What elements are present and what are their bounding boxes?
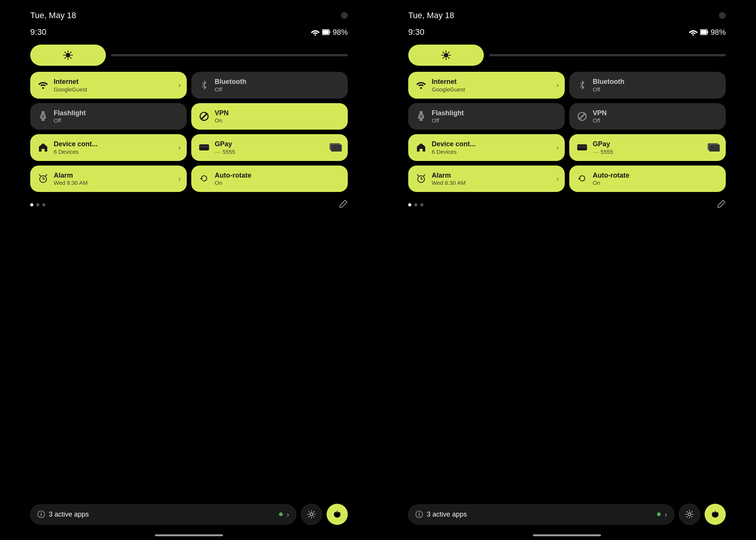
tile-internet-right[interactable]: Internet GoogleGuest › — [408, 72, 565, 99]
brightness-slider-left[interactable] — [111, 54, 348, 56]
active-apps-pill-left[interactable]: 3 active apps › — [30, 504, 296, 525]
tile-alarm-text-right: Alarm Wed 8:30 AM — [432, 172, 466, 186]
vpn-tile-icon-right — [576, 110, 588, 122]
tile-autorotate-text-left: Auto-rotate On — [215, 172, 251, 186]
tile-bluetooth-right[interactable]: Bluetooth Off — [569, 72, 726, 99]
gpay-card-icon-left — [330, 143, 342, 152]
tile-vpn-left[interactable]: VPN On — [191, 103, 348, 130]
tile-flashlight-title-left: Flashlight — [54, 109, 86, 118]
edit-icon-left[interactable] — [339, 200, 348, 210]
panel-right: Tue, May 18 9:30 98% — [378, 0, 756, 540]
tile-gpay-subtitle-right: ···· 5555 — [593, 149, 613, 155]
tile-gpay-right[interactable]: GPay ···· 5555 — [569, 134, 726, 161]
battery-pct-left: 98% — [333, 28, 348, 37]
green-dot-right — [657, 512, 661, 516]
brightness-pill-right[interactable] — [408, 45, 484, 66]
time-left: 9:30 — [30, 27, 46, 37]
alarm-arrow-left: › — [178, 175, 181, 183]
tile-flashlight-left[interactable]: Flashlight Off — [30, 103, 187, 130]
tile-vpn-text-right: VPN Off — [593, 109, 607, 124]
svg-line-9 — [65, 52, 66, 53]
settings-button-left[interactable] — [301, 504, 322, 525]
tile-autorotate-right[interactable]: Auto-rotate On — [569, 166, 726, 192]
svg-rect-21 — [331, 145, 342, 152]
svg-rect-17 — [42, 115, 44, 118]
device-arrow-right: › — [556, 144, 559, 152]
dot-3-right — [420, 203, 423, 206]
tile-vpn-text-left: VPN On — [215, 109, 229, 124]
tile-device-subtitle-left: 6 Devices — [54, 149, 98, 155]
bottom-bar-right: 3 active apps › — [408, 504, 726, 525]
bluetooth-tile-icon-left — [198, 79, 210, 91]
flashlight-tile-icon-left — [37, 110, 49, 122]
wifi-icon-right — [689, 29, 698, 36]
green-dot-left — [279, 512, 283, 516]
tile-alarm-subtitle-left: Wed 8:30 AM — [54, 179, 88, 186]
tile-alarm-title-left: Alarm — [54, 172, 88, 180]
svg-line-57 — [424, 175, 425, 176]
svg-point-4 — [66, 53, 70, 57]
tile-vpn-subtitle-left: On — [215, 117, 229, 124]
brightness-pill-left[interactable] — [30, 45, 106, 66]
tile-device-text-right: Device cont... 6 Devices — [432, 140, 476, 155]
status-bar-right: Tue, May 18 — [408, 0, 726, 24]
svg-line-43 — [443, 57, 444, 59]
alarm-arrow-right: › — [556, 175, 559, 183]
active-apps-chevron-left: › — [287, 510, 289, 519]
home-indicator-right — [533, 534, 601, 536]
active-apps-pill-right[interactable]: 3 active apps › — [408, 504, 674, 525]
svg-rect-19 — [199, 146, 209, 147]
tile-device-text-left: Device cont... 6 Devices — [54, 140, 98, 155]
power-button-left[interactable] — [327, 504, 348, 525]
home-tile-icon-left — [37, 141, 49, 153]
tile-bluetooth-left[interactable]: Bluetooth Off — [191, 72, 348, 99]
tile-gpay-left[interactable]: GPay ···· 5555 — [191, 134, 348, 161]
internet-arrow-right: › — [556, 81, 559, 89]
battery-icon-right — [700, 29, 708, 36]
tile-device-control-left[interactable]: Device cont... 6 Devices › — [30, 134, 187, 161]
svg-point-29 — [41, 512, 42, 513]
time-right: 9:30 — [408, 27, 424, 37]
svg-point-13 — [42, 87, 44, 89]
edit-icon-right[interactable] — [717, 200, 726, 210]
tile-bluetooth-text-right: Bluetooth Off — [593, 78, 624, 93]
svg-line-11 — [70, 52, 71, 53]
active-apps-chevron-right: › — [665, 510, 667, 519]
brightness-slider-right[interactable] — [489, 54, 726, 56]
tile-bluetooth-title-right: Bluetooth — [593, 78, 624, 86]
tile-alarm-left[interactable]: Alarm Wed 8:30 AM › — [30, 166, 187, 192]
power-button-right[interactable] — [705, 504, 726, 525]
dot-2-right — [414, 203, 417, 206]
tile-autorotate-title-left: Auto-rotate — [215, 172, 251, 180]
flashlight-tile-icon-right — [415, 110, 427, 122]
svg-rect-3 — [322, 30, 328, 34]
bluetooth-tile-icon-right — [576, 79, 588, 91]
tiles-grid-left: Internet GoogleGuest › Bluetooth Off — [30, 72, 348, 192]
settings-button-right[interactable] — [679, 504, 700, 525]
tile-internet-title-left: Internet — [54, 78, 87, 86]
tile-gpay-text-left: GPay ···· 5555 — [215, 140, 235, 155]
tile-internet-left[interactable]: Internet GoogleGuest › — [30, 72, 187, 99]
panel-left: Tue, May 18 9:30 98% — [0, 0, 378, 540]
tile-vpn-subtitle-right: Off — [593, 117, 607, 124]
brightness-row-left — [30, 45, 348, 66]
date-right: Tue, May 18 — [408, 11, 454, 20]
tiles-grid-right: Internet GoogleGuest › Bluetooth Off — [408, 72, 726, 192]
battery-icon-left — [322, 29, 330, 36]
svg-rect-2 — [329, 31, 330, 33]
tile-device-control-right[interactable]: Device cont... 6 Devices › — [408, 134, 565, 161]
tile-alarm-right[interactable]: Alarm Wed 8:30 AM › — [408, 166, 565, 192]
tile-vpn-title-right: VPN — [593, 109, 607, 118]
dots-left — [30, 203, 45, 206]
tile-internet-subtitle-right: GoogleGuest — [432, 86, 465, 93]
tile-flashlight-right[interactable]: Flashlight Off — [408, 103, 565, 130]
tile-flashlight-subtitle-left: Off — [54, 117, 86, 124]
svg-line-10 — [70, 57, 71, 59]
svg-point-61 — [688, 513, 691, 516]
camera-dot-right — [719, 12, 726, 19]
tile-internet-text-right: Internet GoogleGuest — [432, 78, 465, 93]
tile-vpn-right[interactable]: VPN Off — [569, 103, 726, 130]
tile-autorotate-left[interactable]: Auto-rotate On — [191, 166, 348, 192]
alarm-tile-icon-right — [415, 173, 427, 185]
svg-rect-16 — [42, 119, 45, 121]
